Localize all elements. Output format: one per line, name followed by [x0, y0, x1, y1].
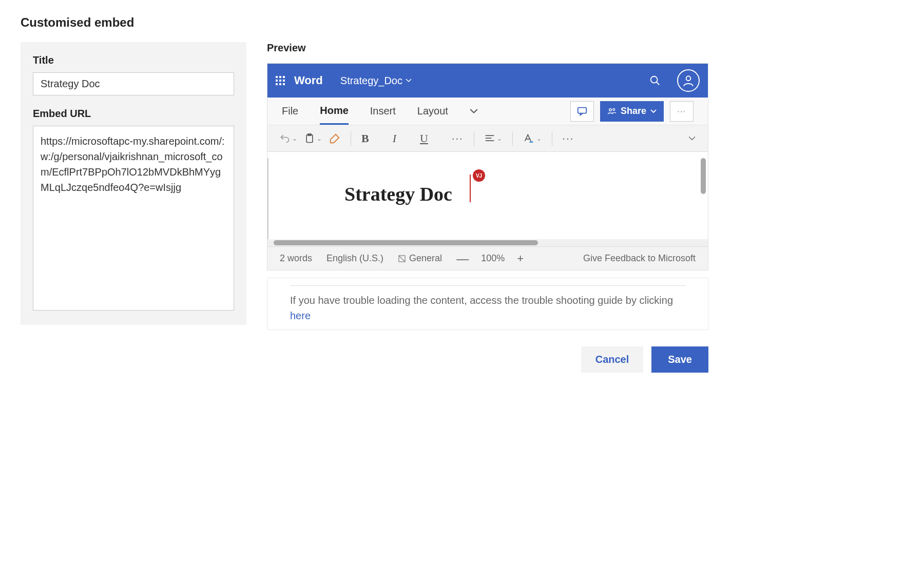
chevron-down-icon [650, 108, 657, 114]
page-edge [267, 158, 268, 239]
more-tabs-dropdown[interactable] [470, 107, 478, 115]
styles-button[interactable]: ⌄ [523, 133, 542, 144]
app-launcher-icon[interactable] [276, 76, 285, 85]
word-brand: Word [294, 74, 323, 87]
modal-footer: Cancel Save [21, 346, 708, 373]
vertical-scrollbar[interactable] [701, 158, 706, 194]
paintbrush-icon [329, 133, 340, 144]
help-text-prefix: If you have trouble loading the content,… [290, 295, 673, 306]
ribbon-expand-toggle[interactable] [688, 135, 696, 142]
more-commands-button[interactable]: ··· [563, 132, 574, 144]
undo-button[interactable]: ⌄ [280, 133, 297, 144]
bold-button[interactable]: B [361, 132, 369, 145]
clipboard-icon [304, 133, 315, 144]
ribbon-right-actions: Share ··· [570, 101, 694, 122]
cancel-button[interactable]: Cancel [581, 346, 644, 373]
user-avatar[interactable] [677, 69, 700, 92]
customised-embed-modal: Customised embed Title Embed URL Preview [21, 15, 708, 373]
align-icon [485, 134, 495, 143]
format-painter-button[interactable] [329, 133, 340, 144]
svg-point-5 [613, 108, 615, 110]
more-options-button[interactable]: ··· [670, 101, 694, 122]
search-icon[interactable] [648, 74, 662, 87]
zoom-in-button[interactable]: + [517, 253, 524, 264]
zoom-out-button[interactable]: — [456, 253, 469, 265]
people-icon [607, 107, 617, 116]
paste-button[interactable]: ⌄ [304, 133, 322, 144]
undo-icon [280, 133, 290, 144]
help-box: If you have trouble loading the content,… [267, 278, 708, 330]
formatting-toolbar: ⌄ ⌄ B I U ··· [267, 125, 708, 152]
svg-point-0 [651, 76, 658, 83]
svg-rect-3 [578, 107, 587, 113]
tab-layout[interactable]: Layout [417, 98, 448, 125]
tab-insert[interactable]: Insert [370, 98, 396, 125]
help-text: If you have trouble loading the content,… [290, 293, 685, 323]
preview-label: Preview [267, 42, 708, 54]
document-name-text: Strategy_Doc [340, 75, 402, 87]
chevron-down-icon [688, 135, 696, 142]
content-row: Title Embed URL Preview Word Strategy_ [21, 42, 708, 330]
document-body-text: Strategy Doc [344, 183, 452, 205]
presence-badge: VJ [473, 169, 485, 182]
document-canvas[interactable]: Strategy Doc VJ [267, 152, 708, 239]
more-font-button[interactable]: ··· [452, 132, 464, 144]
feedback-link[interactable]: Give Feedback to Microsoft [583, 253, 696, 264]
embed-url-label: Embed URL [33, 108, 234, 120]
text-cursor [470, 175, 471, 202]
sensitivity-status[interactable]: General [398, 253, 442, 264]
document-name-dropdown[interactable]: Strategy_Doc [340, 75, 412, 87]
ribbon-tabs: File Home Insert Layout Share [267, 98, 708, 125]
help-link[interactable]: here [290, 310, 311, 321]
share-button[interactable]: Share [600, 101, 664, 122]
svg-line-1 [657, 82, 660, 85]
italic-button[interactable]: I [393, 132, 396, 145]
word-count[interactable]: 2 words [280, 253, 312, 264]
tab-home[interactable]: Home [320, 98, 349, 125]
svg-point-2 [686, 76, 691, 81]
comment-icon [576, 106, 588, 117]
zoom-control: — 100% + [456, 253, 524, 265]
horizontal-scrollbar[interactable] [274, 240, 538, 245]
share-label: Share [621, 106, 646, 117]
comments-button[interactable] [570, 101, 594, 122]
title-input[interactable] [33, 72, 234, 95]
horizontal-scroll-track[interactable] [267, 239, 708, 246]
chevron-down-icon [406, 78, 412, 84]
status-bar: 2 words English (U.S.) General — 100% + … [267, 246, 708, 270]
sensitivity-label: General [409, 253, 442, 264]
word-titlebar: Word Strategy_Doc [267, 64, 708, 98]
title-label: Title [33, 54, 234, 66]
svg-point-4 [609, 108, 612, 111]
embed-settings-panel: Title Embed URL [21, 42, 246, 325]
text-style-icon [523, 133, 534, 144]
chevron-down-icon [470, 107, 478, 115]
sensitivity-icon [398, 255, 406, 263]
ellipsis-icon: ··· [677, 107, 686, 115]
paragraph-button[interactable]: ⌄ [485, 134, 502, 143]
language-status[interactable]: English (U.S.) [326, 253, 383, 264]
preview-column: Preview Word Strategy_Doc [267, 42, 708, 330]
underline-button[interactable]: U [420, 132, 428, 145]
tab-file[interactable]: File [282, 98, 298, 125]
preview-frame: Word Strategy_Doc File H [267, 63, 708, 270]
modal-title: Customised embed [21, 15, 708, 30]
save-button[interactable]: Save [651, 346, 708, 373]
zoom-level[interactable]: 100% [481, 253, 505, 264]
embed-url-textarea[interactable] [33, 126, 234, 311]
